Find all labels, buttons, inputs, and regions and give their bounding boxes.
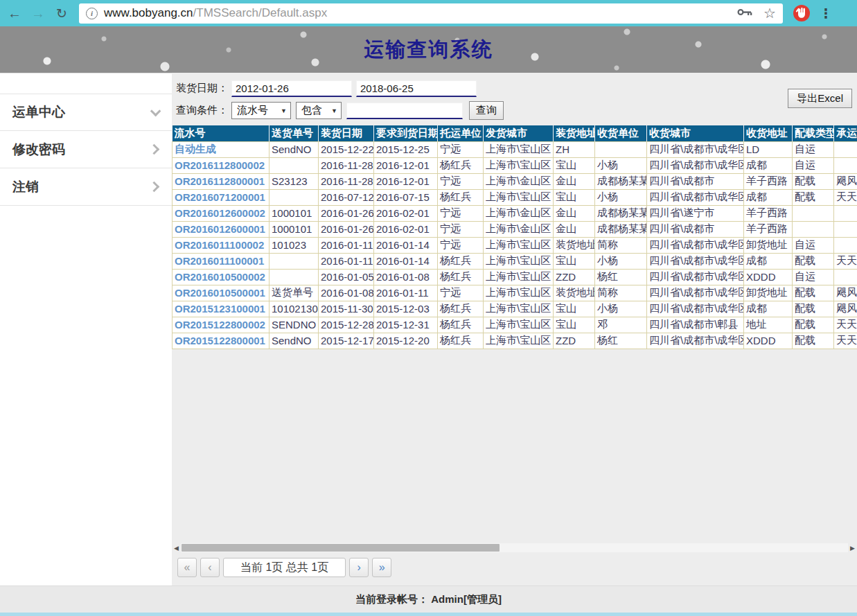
table-cell: OR2016071200001 — [173, 189, 270, 205]
table-cell: 配载 — [793, 253, 834, 269]
sidebar-item-label: 修改密码 — [12, 141, 65, 159]
table-cell: 杨红 — [595, 269, 647, 285]
waybill-link[interactable]: OR2016012600001 — [175, 223, 265, 235]
table-cell: 成都 — [744, 301, 793, 317]
table-cell: S23123 — [270, 173, 319, 189]
table-row: 自动生成SendNO2015-12-222015-12-25宁远上海市\宝山区Z… — [173, 141, 857, 157]
table-cell: 杨红兵 — [438, 333, 484, 349]
table-cell: 杨红兵 — [438, 269, 484, 285]
table-cell: 宝山 — [554, 317, 595, 333]
address-bar[interactable]: i www.bobyang.cn/TMSSearch/Default.aspx … — [79, 3, 783, 24]
scroll-left-icon[interactable]: ◀ — [172, 545, 181, 552]
table-cell: 金山 — [554, 221, 595, 237]
operator-select[interactable]: 包含 ▼ — [296, 102, 342, 119]
waybill-link[interactable]: OR2015122800002 — [175, 319, 265, 331]
table-cell: 地址 — [744, 317, 793, 333]
page-info-icon[interactable]: i — [86, 8, 98, 19]
keyword-input[interactable] — [346, 103, 463, 119]
waybill-link[interactable]: OR2015123100001 — [175, 303, 265, 315]
pagination: « ‹ 当前 1页 总共 1页 › » — [177, 558, 391, 577]
bookmark-star-icon[interactable]: ☆ — [763, 5, 776, 21]
table-cell: 2016-01-11 — [319, 237, 374, 253]
table-cell: 上海市\金山区 — [484, 173, 554, 189]
next-page-button[interactable]: › — [349, 558, 369, 577]
horizontal-scrollbar[interactable]: ◀ ▶ — [172, 543, 857, 553]
column-header-6: 装货地址 — [554, 125, 595, 141]
table-cell: 四川省\成都市 — [647, 221, 744, 237]
sidebar-item-logout[interactable]: 注销 — [0, 168, 172, 206]
waybill-link[interactable]: 自动生成 — [175, 143, 216, 155]
waybill-link[interactable]: OR2016071200001 — [175, 191, 265, 203]
browser-toolbar: ← → ↻ i www.bobyang.cn/TMSSearch/Default… — [0, 0, 857, 26]
table-cell: 飓风 — [834, 301, 857, 317]
table-cell: 杨红兵 — [438, 301, 484, 317]
export-excel-button[interactable]: 导出Excel — [788, 89, 852, 108]
waybill-link[interactable]: OR2016011100002 — [175, 239, 264, 251]
table-row: OR20160712000012016-07-122016-07-15杨红兵上海… — [173, 189, 857, 205]
operator-value: 包含 — [301, 104, 322, 117]
waybill-link[interactable]: OR2016011100001 — [175, 255, 264, 267]
table-cell: 宝山 — [554, 301, 595, 317]
browser-menu-icon[interactable]: ⋮ — [819, 6, 833, 21]
waybill-link[interactable]: OR2016010500002 — [175, 271, 265, 283]
search-field-select[interactable]: 流水号 ▼ — [231, 102, 291, 119]
password-key-icon[interactable] — [737, 7, 752, 19]
scroll-right-icon[interactable]: ▶ — [848, 545, 857, 552]
waybill-link[interactable]: OR2016112800002 — [175, 159, 265, 171]
sidebar-item-change-password[interactable]: 修改密码 — [0, 131, 172, 168]
first-page-button[interactable]: « — [177, 558, 197, 577]
waybill-link[interactable]: OR2016112800001 — [175, 175, 265, 187]
column-header-3: 要求到货日期 — [374, 125, 438, 141]
page-status: 当前 1页 总共 1页 — [223, 558, 346, 577]
date-from-input[interactable] — [231, 80, 352, 97]
forward-icon: → — [29, 6, 47, 21]
table-cell: 成都杨某某 — [595, 173, 647, 189]
table-cell — [834, 141, 857, 157]
table-cell: OR2015123100001 — [173, 301, 270, 317]
table-row: OR20160105000022016-01-052016-01-08杨红兵上海… — [173, 269, 857, 285]
dropdown-arrow-icon: ▼ — [281, 107, 287, 114]
table-cell: OR2015122800002 — [173, 317, 270, 333]
table-cell: 2015-12-31 — [374, 317, 438, 333]
waybill-link[interactable]: OR2016010500001 — [175, 287, 265, 299]
table-cell: 10102130 — [270, 301, 319, 317]
table-cell: 上海市\宝山区 — [484, 253, 554, 269]
date-to-input[interactable] — [356, 80, 477, 97]
scrollbar-thumb[interactable] — [182, 544, 500, 552]
table-cell: 天天 — [834, 253, 857, 269]
table-cell: 2016-01-11 — [319, 253, 374, 269]
table-cell — [834, 237, 857, 253]
column-header-4: 托运单位 — [438, 125, 484, 141]
table-cell: 自动生成 — [173, 141, 270, 157]
table-row: OR2016112800001S231232016-11-282016-12-0… — [173, 173, 857, 189]
table-cell: 2016-01-08 — [374, 269, 438, 285]
table-cell: OR2016112800002 — [173, 157, 270, 173]
search-button[interactable]: 查询 — [469, 101, 504, 120]
table-header-row: 流水号送货单号装货日期要求到货日期托运单位发货城市装货地址收货单位收货城市收货地… — [173, 125, 857, 141]
waybill-link[interactable]: OR2016012600002 — [175, 207, 265, 219]
url-text[interactable]: www.bobyang.cn/TMSSearch/Default.aspx — [104, 6, 327, 20]
table-cell: 2016-02-01 — [374, 221, 438, 237]
sidebar-item-label: 运单中心 — [12, 103, 65, 121]
table-cell: 101023 — [270, 237, 319, 253]
scrollbar-track[interactable] — [181, 543, 848, 552]
table-cell: 宝山 — [554, 253, 595, 269]
table-cell: OR2016011100002 — [173, 237, 270, 253]
column-header-0: 流水号 — [173, 125, 270, 141]
sidebar-item-waybill-center[interactable]: 运单中心 — [0, 94, 172, 131]
adblock-hand-extension-icon[interactable] — [793, 4, 811, 22]
table-cell: 配载 — [793, 285, 834, 301]
table-cell: 四川省\成都市\成华区 — [647, 189, 744, 205]
waybill-link[interactable]: OR2015122800001 — [175, 335, 265, 346]
reload-icon[interactable]: ↻ — [53, 6, 71, 21]
table-cell: OR2016012600001 — [173, 221, 270, 237]
table-cell: 2015-12-20 — [374, 333, 438, 349]
prev-page-button[interactable]: ‹ — [200, 558, 220, 577]
last-page-button[interactable]: » — [372, 558, 391, 577]
back-icon[interactable]: ← — [6, 6, 24, 21]
table-cell: 2016-01-14 — [374, 237, 438, 253]
table-cell — [834, 205, 857, 221]
table-cell: 小杨 — [595, 189, 647, 205]
table-cell: OR2016112800001 — [173, 173, 270, 189]
table-row: OR2016010500001送货单号2016-01-082016-01-11宁… — [173, 285, 857, 301]
